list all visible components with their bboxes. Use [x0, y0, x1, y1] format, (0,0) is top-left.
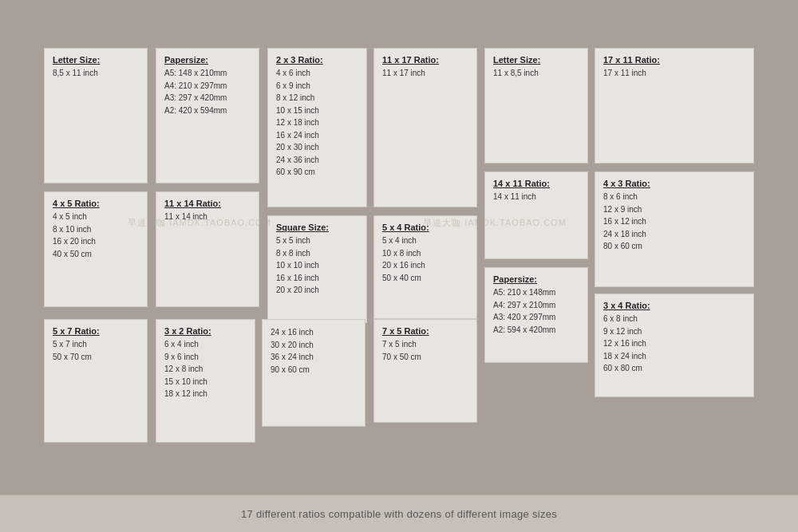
card-ratio-3x4: 3 x 4 Ratio:6 x 8 inch9 x 12 inch12 x 16… [595, 294, 754, 397]
card-ratio-5x4: 5 x 4 Ratio:5 x 4 inch10 x 8 inch20 x 16… [373, 215, 477, 319]
card-letter-size-2: Letter Size:11 x 8,5 inch [484, 48, 588, 164]
card-title-ratio-4x3: 4 x 3 Ratio: [603, 179, 745, 188]
card-content-ratio-2x3: 4 x 6 inch6 x 9 inch8 x 12 inch10 x 15 i… [276, 67, 358, 179]
card-content-ratio-4x3: 8 x 6 inch12 x 9 inch16 x 12 inch24 x 18… [603, 191, 745, 253]
card-title-paper-size-b: Papersize: [493, 274, 579, 284]
footer-text: 17 different ratios compatible with doze… [241, 508, 557, 520]
card-content-letter-size-1: 8,5 x 11 inch [53, 67, 139, 80]
card-paper-size-b: Papersize:A5: 210 x 148mmA4: 297 x 210mm… [484, 267, 588, 363]
card-ratio-3x2-large: 24 x 16 inch30 x 20 inch36 x 24 inch90 x… [262, 319, 365, 427]
card-title-ratio-5x7: 5 x 7 Ratio: [53, 326, 139, 336]
card-ratio-4x5: 4 x 5 Ratio:4 x 5 inch8 x 10 inch16 x 20… [44, 191, 148, 307]
card-ratio-2x3: 2 x 3 Ratio:4 x 6 inch6 x 9 inch8 x 12 i… [267, 48, 367, 207]
card-content-ratio-11x14: 11 x 14 inch [164, 211, 251, 223]
card-ratio-4x3: 4 x 3 Ratio:8 x 6 inch12 x 9 inch16 x 12… [595, 171, 754, 287]
card-content-letter-size-2: 11 x 8,5 inch [493, 67, 579, 80]
card-letter-size-1: Letter Size:8,5 x 11 inch [44, 48, 148, 183]
card-content-ratio-14x11: 14 x 11 inch [493, 191, 579, 203]
card-title-ratio-5x4: 5 x 4 Ratio: [382, 223, 468, 232]
card-content-square-size: 5 x 5 inch8 x 8 inch10 x 10 inch16 x 16 … [276, 234, 358, 297]
card-title-ratio-2x3: 2 x 3 Ratio: [276, 55, 358, 65]
card-title-letter-size-1: Letter Size: [53, 55, 139, 65]
main-area: 早道大咖 IAMDK.TAOBAO.COM 早道大咖 IAMDK.TAOBAO.… [0, 0, 798, 495]
card-ratio-11x17: 11 x 17 Ratio:11 x 17 inch [373, 48, 477, 207]
card-title-square-size: Square Size: [276, 223, 358, 232]
card-content-ratio-3x2-large: 24 x 16 inch30 x 20 inch36 x 24 inch90 x… [271, 326, 357, 376]
card-title-ratio-17x11: 17 x 11 Ratio: [603, 55, 745, 65]
card-content-ratio-11x17: 11 x 17 inch [382, 67, 468, 80]
card-content-ratio-17x11: 17 x 11 inch [603, 67, 745, 80]
card-ratio-7x5: 7 x 5 Ratio:7 x 5 inch70 x 50 cm [373, 319, 477, 423]
card-title-paper-size-a: Papersize: [164, 55, 251, 65]
card-title-ratio-3x4: 3 x 4 Ratio: [603, 301, 745, 310]
card-content-ratio-3x4: 6 x 8 inch9 x 12 inch12 x 16 inch18 x 24… [603, 313, 745, 375]
footer: 17 different ratios compatible with doze… [0, 495, 798, 532]
card-content-ratio-4x5: 4 x 5 inch8 x 10 inch16 x 20 inch40 x 50… [53, 211, 139, 260]
card-ratio-3x2: 3 x 2 Ratio:6 x 4 inch9 x 6 inch12 x 8 i… [156, 319, 255, 443]
card-square-size: Square Size:5 x 5 inch8 x 8 inch10 x 10 … [267, 215, 367, 323]
card-ratio-11x14: 11 x 14 Ratio:11 x 14 inch [156, 191, 259, 307]
card-content-paper-size-a: A5: 148 x 210mmA4: 210 x 297mmA3: 297 x … [164, 67, 251, 116]
card-content-ratio-5x4: 5 x 4 inch10 x 8 inch20 x 16 inch50 x 40… [382, 234, 468, 284]
card-title-ratio-4x5: 4 x 5 Ratio: [53, 199, 139, 208]
card-ratio-14x11: 14 x 11 Ratio:14 x 11 inch [484, 171, 588, 259]
card-content-ratio-7x5: 7 x 5 inch70 x 50 cm [382, 338, 468, 363]
card-title-ratio-14x11: 14 x 11 Ratio: [493, 179, 579, 188]
card-title-ratio-11x17: 11 x 17 Ratio: [382, 55, 468, 65]
card-title-ratio-7x5: 7 x 5 Ratio: [382, 326, 468, 336]
card-ratio-5x7: 5 x 7 Ratio:5 x 7 inch50 x 70 cm [44, 319, 148, 443]
card-paper-size-a: Papersize:A5: 148 x 210mmA4: 210 x 297mm… [156, 48, 259, 183]
card-content-ratio-5x7: 5 x 7 inch50 x 70 cm [53, 338, 139, 363]
card-content-ratio-3x2: 6 x 4 inch9 x 6 inch12 x 8 inch15 x 10 i… [164, 338, 247, 400]
card-title-ratio-3x2: 3 x 2 Ratio: [164, 326, 247, 336]
card-title-ratio-11x14: 11 x 14 Ratio: [164, 199, 251, 208]
card-content-paper-size-b: A5: 210 x 148mmA4: 297 x 210mmA3: 420 x … [493, 286, 579, 336]
card-title-letter-size-2: Letter Size: [493, 55, 579, 65]
card-ratio-17x11: 17 x 11 Ratio:17 x 11 inch [595, 48, 754, 164]
